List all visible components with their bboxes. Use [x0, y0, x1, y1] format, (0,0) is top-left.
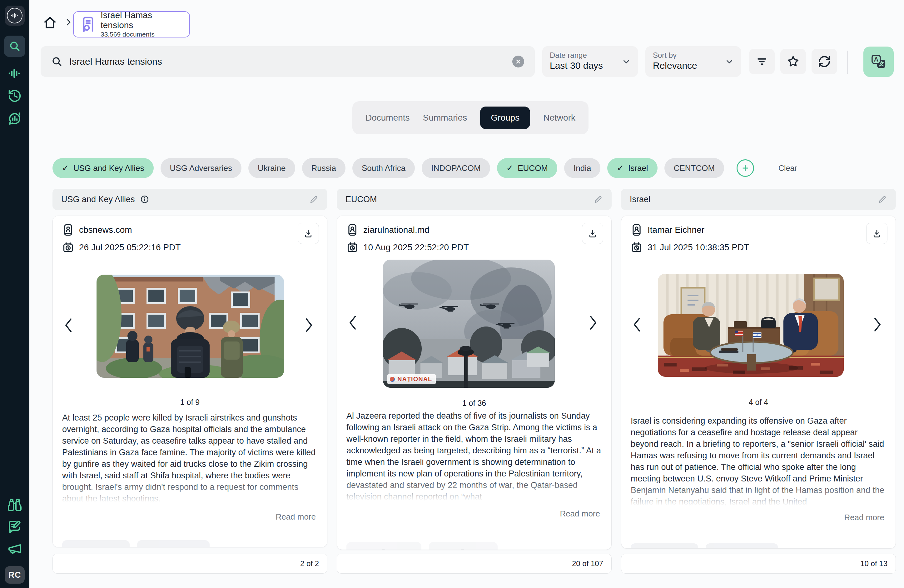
toolbar-divider [847, 51, 848, 74]
column-header: USG and Key Allies [52, 189, 327, 210]
filter-chip-india[interactable]: India [564, 158, 601, 178]
edit-group-button[interactable] [594, 194, 603, 204]
breadcrumb-document-count: 33,569 documents [101, 30, 183, 38]
megaphone-icon [7, 541, 22, 556]
source-contact-icon [62, 223, 74, 237]
tab-groups[interactable]: Groups [480, 106, 530, 129]
user-avatar[interactable]: RC [5, 566, 25, 583]
document-date: 31 Jul 2025 10:38:35 PDT [648, 242, 749, 253]
download-button[interactable] [298, 223, 319, 244]
column-title: EUCOM [346, 194, 377, 204]
carousel-next-button[interactable] [589, 315, 597, 330]
read-more-link[interactable]: Read more [275, 512, 316, 522]
filter-chip-usg-adversaries[interactable]: USG Adversaries [161, 158, 242, 178]
app-window: RC Israel Hamas tensions 33,569 document… [0, 0, 904, 588]
image-watermark: NAȚIONAL [387, 374, 436, 384]
sidebar-item-audio[interactable] [8, 66, 22, 81]
document-date: 26 Jul 2025 05:22:16 PDT [79, 242, 180, 253]
calendar-clock-icon [631, 242, 643, 253]
carousel-prev-button[interactable] [348, 315, 357, 330]
search-icon [9, 40, 21, 52]
date-row: 10 Aug 2025 22:52:20 PDT [346, 242, 469, 253]
read-more-link[interactable]: Read more [844, 513, 884, 522]
tag-chip[interactable] [137, 540, 210, 547]
app-logo[interactable] [5, 6, 25, 25]
history-icon [8, 89, 22, 103]
refresh-button[interactable] [812, 49, 837, 74]
filter-chip-south-africa[interactable]: South Africa [352, 158, 415, 178]
filter-lines-icon [755, 55, 768, 68]
document-card: ziarulnational.md 10 Aug 2025 22:52:20 P… [337, 216, 612, 550]
add-group-button[interactable] [736, 159, 754, 177]
group-column-israel: Israel Itamar Eichner [621, 189, 896, 574]
check-icon [62, 163, 69, 173]
sidebar-item-announcements[interactable] [7, 541, 22, 556]
tag-chip[interactable] [631, 543, 698, 548]
date-row: 31 Jul 2025 10:38:35 PDT [631, 242, 749, 253]
tab-documents[interactable]: Documents [365, 113, 410, 123]
carousel-counter: 4 of 4 [621, 398, 896, 407]
carousel-next-button[interactable] [873, 317, 882, 332]
info-icon[interactable] [140, 194, 149, 204]
sort-by-select[interactable]: Sort by Relevance [645, 46, 741, 77]
tag-chip[interactable] [429, 542, 498, 550]
tab-summaries[interactable]: Summaries [423, 113, 467, 123]
view-tabs: Documents Summaries Groups Network [352, 101, 588, 134]
date-range-select[interactable]: Date range Last 30 days [542, 46, 638, 77]
tab-network[interactable]: Network [543, 113, 575, 123]
breadcrumb-project-title: Israel Hamas tensions [101, 10, 183, 30]
clear-search-button[interactable] [512, 55, 524, 68]
document-search-icon [80, 16, 95, 33]
sidebar-item-explore[interactable] [7, 497, 22, 512]
breadcrumb-project-chip[interactable]: Israel Hamas tensions 33,569 documents [73, 11, 190, 38]
document-card: Itamar Eichner 31 Jul 2025 10:38:35 PDT [621, 216, 896, 548]
chat-chart-sparkle-icon [7, 111, 22, 126]
refresh-icon [818, 55, 831, 68]
source-row: Itamar Eichner [631, 223, 704, 237]
carousel-prev-button[interactable] [632, 317, 641, 332]
tag-chip[interactable] [346, 542, 421, 550]
favorite-button[interactable] [780, 49, 806, 74]
clear-filters-link[interactable]: Clear [778, 164, 797, 173]
filter-chip-indopacom[interactable]: INDOPACOM [422, 158, 490, 178]
filter-chip-israel[interactable]: Israel [607, 158, 657, 178]
source-name: Itamar Eichner [648, 225, 704, 235]
carousel-image-helicopters: NAȚIONAL [383, 260, 555, 388]
date-range-value: Last 30 days [550, 60, 631, 71]
column-pagination: 10 of 13 [621, 554, 896, 574]
tag-chip[interactable] [706, 543, 778, 548]
sidebar-item-feedback[interactable] [7, 519, 22, 534]
calendar-clock-icon [62, 242, 74, 253]
sidebar-item-history[interactable] [8, 89, 22, 103]
filter-chip-ukraine[interactable]: Ukraine [248, 158, 295, 178]
edit-group-button[interactable] [309, 194, 319, 204]
column-title: USG and Key Allies [61, 194, 135, 204]
filter-chip-eucom[interactable]: EUCOM [497, 158, 557, 178]
source-name: cbsnews.com [79, 225, 132, 235]
sidebar-item-insights-chat[interactable] [7, 111, 22, 126]
download-button[interactable] [866, 223, 887, 244]
search-input[interactable] [69, 56, 506, 67]
filter-chip-centcom[interactable]: CENTCOM [664, 158, 724, 178]
filter-chip-usg-and-key-allies[interactable]: USG and Key Allies [52, 158, 154, 178]
carousel-image-rescuers [96, 275, 284, 378]
download-button[interactable] [582, 223, 603, 244]
breadcrumb-home-button[interactable] [43, 15, 57, 30]
chevron-down-icon [725, 57, 734, 66]
svg-text:A: A [874, 56, 879, 63]
calendar-clock-icon [346, 242, 358, 253]
watermark-logo [390, 377, 395, 382]
carousel-next-button[interactable] [305, 318, 313, 333]
tag-chip[interactable] [62, 540, 130, 547]
carousel-prev-button[interactable] [64, 318, 73, 333]
sidebar-item-search[interactable] [4, 36, 25, 57]
column-header: Israel [621, 189, 896, 210]
read-more-link[interactable]: Read more [560, 509, 600, 518]
filter-button[interactable] [749, 49, 775, 74]
sidebar: RC [0, 0, 29, 588]
filter-chip-russia[interactable]: Russia [302, 158, 346, 178]
carousel-counter: 1 of 9 [53, 398, 327, 407]
edit-group-button[interactable] [878, 194, 887, 204]
translate-button[interactable]: A [863, 47, 894, 77]
truncated-tag-chips [631, 543, 778, 548]
